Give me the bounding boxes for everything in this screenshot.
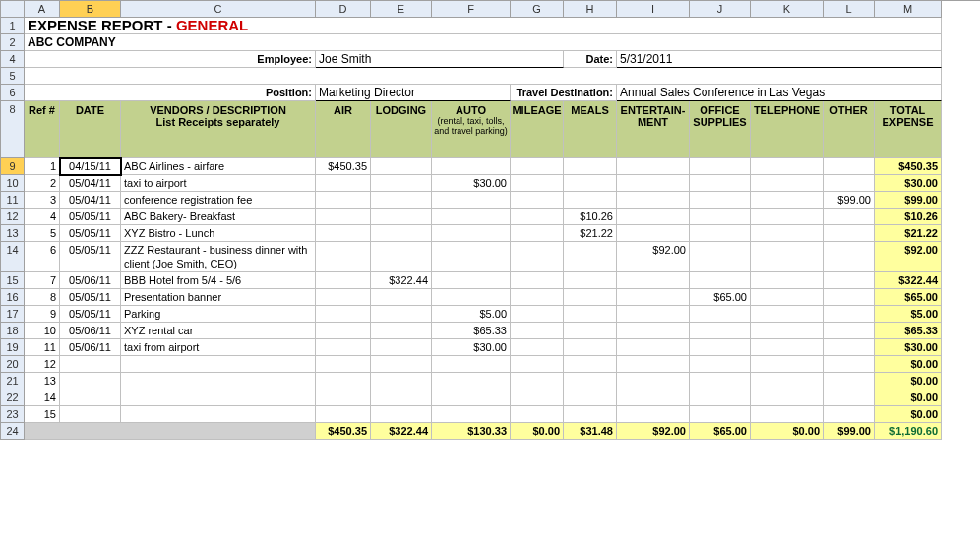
cell-auto[interactable] [432,225,511,242]
cell-auto[interactable] [432,356,511,373]
cell-auto[interactable]: $5.00 [432,306,511,323]
cell-meals[interactable] [564,289,617,306]
cell-desc[interactable]: XYZ rental car [121,323,316,339]
destination-field[interactable]: Annual Sales Conference in Las Vegas [617,85,942,101]
col-header-B[interactable]: B [60,1,121,18]
row-header-23[interactable]: 23 [1,406,25,423]
cell-ref[interactable]: 15 [25,406,60,423]
cell-other[interactable] [824,242,875,272]
cell-meals[interactable] [564,406,617,423]
cell-entertain[interactable] [617,192,690,209]
cell-meals[interactable] [564,373,617,389]
cell-air[interactable]: $450.35 [316,158,371,175]
row-header-12[interactable]: 12 [1,209,25,225]
position-field[interactable]: Marketing Director [316,85,511,101]
cell-desc[interactable]: Presentation banner [121,289,316,306]
cell-total[interactable]: $450.35 [875,158,942,175]
cell-tel[interactable] [751,339,824,356]
cell-entertain[interactable] [617,175,690,192]
cell-other[interactable] [824,406,875,423]
cell-tel[interactable] [751,209,824,225]
cell-ref[interactable]: 6 [25,242,60,272]
cell-other[interactable] [824,289,875,306]
cell-auto[interactable] [432,406,511,423]
cell-date[interactable]: 05/06/11 [60,339,121,356]
cell-ref[interactable]: 3 [25,192,60,209]
cell-desc[interactable]: BBB Hotel from 5/4 - 5/6 [121,272,316,289]
cell-entertain[interactable] [617,389,690,406]
cell-office[interactable] [690,242,751,272]
cell-desc[interactable]: ZZZ Restaurant - business dinner with cl… [121,242,316,272]
cell-lodging[interactable] [371,323,432,339]
cell-desc[interactable] [121,389,316,406]
cell-entertain[interactable] [617,289,690,306]
cell-other[interactable] [824,356,875,373]
row-header-13[interactable]: 13 [1,225,25,242]
cell-date[interactable]: 05/06/11 [60,272,121,289]
cell-air[interactable] [316,339,371,356]
cell-entertain[interactable] [617,323,690,339]
cell-ref[interactable]: 13 [25,373,60,389]
row-header-5[interactable]: 5 [1,68,25,85]
cell-desc[interactable]: XYZ Bistro - Lunch [121,225,316,242]
cell-ref[interactable]: 2 [25,175,60,192]
cell-tel[interactable] [751,289,824,306]
row-header-14[interactable]: 14 [1,242,25,272]
row-header-18[interactable]: 18 [1,323,25,339]
row-header-21[interactable]: 21 [1,373,25,389]
cell-date[interactable]: 05/05/11 [60,289,121,306]
cell-auto[interactable] [432,373,511,389]
cell-ref[interactable]: 9 [25,306,60,323]
cell-auto[interactable]: $65.33 [432,323,511,339]
cell-entertain[interactable] [617,373,690,389]
cell-mileage[interactable] [511,272,564,289]
cell-air[interactable] [316,373,371,389]
cell-date[interactable]: 04/15/11 [60,158,121,175]
cell-auto[interactable] [432,192,511,209]
cell-other[interactable] [824,158,875,175]
cell-mileage[interactable] [511,225,564,242]
cell-total[interactable]: $30.00 [875,175,942,192]
cell-meals[interactable] [564,389,617,406]
employee-field[interactable]: Joe Smith [316,51,564,68]
cell-auto[interactable]: $30.00 [432,339,511,356]
cell-mileage[interactable] [511,373,564,389]
cell-mileage[interactable] [511,175,564,192]
cell-tel[interactable] [751,406,824,423]
cell-date[interactable] [60,389,121,406]
cell-auto[interactable] [432,272,511,289]
cell-air[interactable] [316,389,371,406]
cell-meals[interactable] [564,356,617,373]
cell-lodging[interactable] [371,175,432,192]
cell-entertain[interactable] [617,209,690,225]
cell-other[interactable] [824,323,875,339]
spreadsheet-grid[interactable]: ABCDEFGHIJKLM1EXPENSE REPORT - GENERAL2A… [0,0,980,440]
cell-auto[interactable] [432,389,511,406]
cell-desc[interactable] [121,356,316,373]
cell-office[interactable] [690,406,751,423]
cell-office[interactable] [690,373,751,389]
cell-desc[interactable]: conference registration fee [121,192,316,209]
cell-date[interactable]: 05/04/11 [60,175,121,192]
row-header-22[interactable]: 22 [1,389,25,406]
cell-office[interactable] [690,209,751,225]
cell-air[interactable] [316,323,371,339]
cell-mileage[interactable] [511,323,564,339]
cell-entertain[interactable] [617,306,690,323]
row-header-11[interactable]: 11 [1,192,25,209]
cell-lodging[interactable] [371,389,432,406]
cell-total[interactable]: $0.00 [875,356,942,373]
cell-office[interactable] [690,192,751,209]
cell-lodging[interactable] [371,406,432,423]
col-header-K[interactable]: K [751,1,824,18]
col-header-C[interactable]: C [121,1,316,18]
col-header-J[interactable]: J [690,1,751,18]
col-header-E[interactable]: E [371,1,432,18]
row-header-24[interactable]: 24 [1,423,25,440]
cell-ref[interactable]: 10 [25,323,60,339]
cell-meals[interactable]: $21.22 [564,225,617,242]
cell-desc[interactable]: ABC Airlines - airfare [121,158,316,175]
cell-lodging[interactable] [371,192,432,209]
cell-mileage[interactable] [511,339,564,356]
cell-office[interactable] [690,339,751,356]
